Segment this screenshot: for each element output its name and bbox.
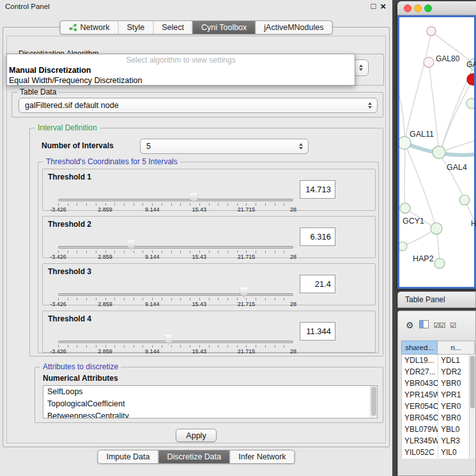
number-of-intervals-value: 5 [141,142,295,151]
network-node[interactable] [466,98,474,109]
select-all-checkboxes-icon[interactable]: ☑☑ [434,320,445,330]
scale-label: 15.43 [192,206,207,213]
tab-network[interactable]: Network [61,21,118,34]
tab-infer-network[interactable]: Infer Network [229,450,294,463]
column-header-name[interactable]: n... [438,341,475,355]
threshold-coordinates-group-title: Threshold's Coordinates for 5 Intervals [43,157,180,166]
threshold-3-value-field[interactable]: 21.4 [300,275,335,293]
threshold-1-slider[interactable]: -3.4262.8599.14415.4321.71528 [58,192,293,211]
screen: Control Panel □ × Network [0,0,476,476]
network-view[interactable]: GAL80 GA GAL11 GAL4 GCY1 H HAP2 [397,15,476,289]
table-row[interactable]: YDL19...YDL1 [402,355,470,366]
tab-label: Impute Data [106,452,150,461]
network-view-window: GAL80 GA GAL11 GAL4 GCY1 H HAP2 [397,1,476,289]
column-selector-icon[interactable] [419,320,429,330]
table-column-headers: shared... n... [401,341,475,355]
tab-discretize-data[interactable]: Discretize Data [158,450,230,463]
table-cell-shared: YBR045C [402,412,438,424]
table-cell-shared: YER054C [402,401,438,412]
threshold-3-panel: Threshold 3 -3.4262.8599.14415.4321.7152… [42,263,376,305]
scrollbar-thumb[interactable] [371,387,376,416]
number-of-intervals-combobox[interactable]: 5 [140,139,309,154]
numerical-attributes-list[interactable]: SelfLoopsTopologicalCoefficientBetweenne… [43,385,378,418]
attribute-item[interactable]: TopologicalCoefficient [43,398,377,410]
table-cell-name: YPR1 [438,389,470,401]
table-row[interactable]: YLR345WYLR3 [402,435,470,447]
tab-jactivemnodules[interactable]: jActiveMNodules [255,21,332,34]
dropdown-option-manual-discretization[interactable]: Manual Discretization [7,65,355,75]
tab-cyni-toolbox[interactable]: Cyni Toolbox [192,21,255,34]
table-cell-name: YDR2 [438,366,470,378]
slider-ticks [58,345,293,348]
tab-style[interactable]: Style [118,21,153,34]
table-settings-gear-icon[interactable]: ⚙ [406,320,414,330]
threshold-2-value-field[interactable]: 6.316 [300,227,335,246]
table-cell-shared: YDR27... [402,366,438,378]
network-node-gal80[interactable] [424,58,434,68]
slider-scale: -3.4262.8599.14415.4321.71528 [58,301,293,307]
table-data-group-title: Table Data [17,88,59,96]
scale-label: 21.715 [238,348,256,355]
slider-ticks [58,250,293,253]
slider-thumb[interactable] [127,240,135,250]
threshold-4-label: Threshold 4 [48,314,91,323]
threshold-1-value-field[interactable]: 14.713 [300,180,335,199]
zoom-traffic-light-icon[interactable] [424,4,432,12]
threshold-4-slider[interactable]: -3.4262.8599.14415.4321.71528 [58,334,293,353]
attributes-list-scrollbar[interactable] [370,386,377,418]
table-scrollbar[interactable] [469,355,475,459]
float-window-icon[interactable]: □ [371,1,376,12]
network-node-gcy1[interactable] [400,203,410,213]
minimize-traffic-light-icon[interactable] [414,4,422,12]
close-traffic-light-icon[interactable] [404,4,411,12]
network-node[interactable] [459,195,470,205]
network-node-hap2[interactable] [434,258,445,268]
table-row[interactable]: YDR27...YDR2 [402,366,470,378]
tab-label: Cyni Toolbox [201,23,247,32]
network-node-label: GAL11 [410,130,434,139]
threshold-3-slider[interactable]: -3.4262.8599.14415.4321.71528 [58,287,293,306]
combobox-arrows-icon [295,143,307,150]
tab-impute-data[interactable]: Impute Data [98,450,158,463]
network-node[interactable] [431,223,442,234]
table-cell-shared: YLR345W [402,435,438,447]
table-cell-name: YBR0 [438,412,470,424]
dropdown-option-equal-width[interactable]: Equal Width/Frequency Discretization [7,75,355,86]
table-row[interactable]: YER054CYER0 [402,401,470,412]
network-node[interactable] [399,242,407,251]
scale-label: 28 [290,348,296,355]
table-row[interactable]: YBL079WYBL0 [402,424,470,435]
select-checkbox-icon[interactable]: ☑ [450,320,456,330]
numerical-attributes-label: Numerical Attributes [43,374,118,383]
table-row[interactable]: YBR043CYBR0 [402,378,470,389]
slider-track [58,199,293,201]
dropdown-prompt[interactable]: Select algorithm to view settings [7,55,355,65]
slider-thumb[interactable] [190,193,198,203]
tab-label: Network [81,23,110,32]
column-header-shared[interactable]: shared... [401,341,438,355]
network-node-gal4[interactable] [433,146,445,159]
network-node[interactable] [427,27,436,36]
table-data-combobox[interactable]: galFiltered.sif default node [19,98,378,113]
combobox-arrows-icon [364,102,376,109]
table-cell-shared: YBR043C [402,378,438,389]
scale-label: 2.859 [98,348,112,355]
scrollbar-thumb[interactable] [470,356,475,408]
close-icon[interactable]: × [380,1,386,12]
attribute-item[interactable]: SelfLoops [43,386,377,398]
network-window-titlebar[interactable] [397,1,476,15]
threshold-2-slider[interactable]: -3.4262.8599.14415.4321.71528 [58,240,293,259]
table-row[interactable]: YPR145WYPR1 [402,389,470,401]
slider-thumb[interactable] [164,335,173,345]
table-panel-header[interactable]: Table Panel [397,291,476,308]
table-row[interactable]: YIL052CYIL0 [402,447,470,458]
table-row[interactable]: YBR045CYBR0 [402,412,470,424]
network-node-selected-red[interactable] [467,73,474,85]
threshold-1-panel: Threshold 1 -3.4262.8599.14415.4321.7152… [42,169,376,211]
scale-label: 21.715 [238,301,256,307]
tab-select[interactable]: Select [153,21,192,34]
threshold-4-value-field[interactable]: 11.344 [300,322,335,341]
attribute-item[interactable]: BetweennessCentrality [43,410,377,418]
apply-button[interactable]: Apply [176,429,217,442]
slider-thumb[interactable] [240,288,248,298]
